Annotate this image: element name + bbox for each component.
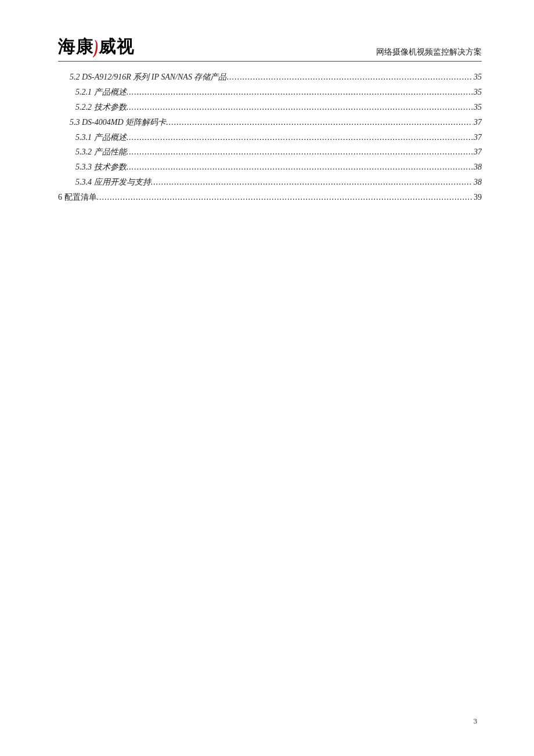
toc-leader-dots (127, 85, 473, 100)
toc-entry: 5.3.1 产品概述 37 (75, 130, 482, 145)
toc-leader-dots (97, 190, 473, 205)
toc-page: 37 (472, 130, 482, 145)
toc-leader-dots (127, 160, 473, 175)
toc-page: 37 (472, 115, 482, 130)
brand-logo: 海康 ) 威视 (58, 35, 135, 59)
toc-leader-dots (127, 130, 473, 145)
document-page: 海康 ) 威视 网络摄像机视频监控解决方案 5.2 DS-A912/916R 系… (0, 0, 534, 756)
toc-entry: 5.3.4 应用开发与支持 38 (75, 175, 482, 190)
toc-entry: 5.3.3 技术参数 38 (75, 160, 482, 175)
document-title: 网络摄像机视频监控解决方案 (376, 47, 482, 57)
toc-page: 35 (472, 85, 482, 100)
toc-entry: 5.2.1 产品概述 35 (75, 85, 482, 100)
toc-leader-dots (127, 100, 473, 115)
toc-leader-dots (226, 70, 472, 85)
toc-page: 38 (472, 160, 482, 175)
toc-leader-dots (151, 175, 473, 190)
toc-entry: 5.2 DS-A912/916R 系列 IP SAN/NAS 存储产品 35 (70, 70, 482, 85)
toc-label: 5.2 DS-A912/916R 系列 IP SAN/NAS 存储产品 (70, 70, 226, 85)
toc-label: 5.3.3 技术参数 (75, 160, 127, 175)
toc-page: 35 (472, 70, 482, 85)
table-of-contents: 5.2 DS-A912/916R 系列 IP SAN/NAS 存储产品 35 5… (58, 70, 482, 205)
toc-label: 5.2.2 技术参数 (75, 100, 127, 115)
page-header: 海康 ) 威视 网络摄像机视频监控解决方案 (58, 35, 482, 62)
toc-page: 38 (472, 175, 482, 190)
toc-entry: 6 配置清单 39 (58, 190, 482, 205)
toc-label: 6 配置清单 (58, 190, 97, 205)
toc-page: 35 (472, 100, 482, 115)
logo-text-right: 威视 (99, 35, 135, 59)
footer-page-number: 3 (474, 717, 478, 726)
logo-text-left: 海康 (58, 35, 94, 59)
toc-leader-dots (166, 115, 472, 130)
logo-paren-icon: ) (94, 36, 99, 58)
toc-entry: 5.3.2 产品性能 37 (75, 145, 482, 160)
toc-label: 5.3.4 应用开发与支持 (75, 175, 151, 190)
toc-label: 5.3 DS-4004MD 矩阵解码卡 (70, 115, 166, 130)
toc-label: 5.3.1 产品概述 (75, 130, 127, 145)
toc-entry: 5.3 DS-4004MD 矩阵解码卡 37 (70, 115, 482, 130)
toc-label: 5.2.1 产品概述 (75, 85, 127, 100)
toc-entry: 5.2.2 技术参数 35 (75, 100, 482, 115)
toc-label: 5.3.2 产品性能 (75, 145, 127, 160)
toc-page: 39 (472, 190, 482, 205)
toc-page: 37 (472, 145, 482, 160)
toc-leader-dots (127, 145, 473, 160)
